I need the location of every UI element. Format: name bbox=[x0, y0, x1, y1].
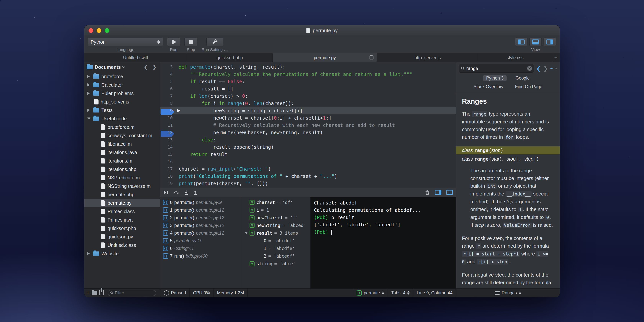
breakpoint-badge[interactable]: 9 bbox=[160, 108, 176, 113]
run-target-dropdown[interactable]: permute bbox=[353, 289, 388, 297]
sidebar-forward-button[interactable]: ❯ bbox=[151, 64, 158, 70]
filter-field[interactable]: Filter bbox=[108, 290, 156, 296]
sidebar-item-Website[interactable]: Website bbox=[84, 249, 160, 258]
disclosure-triangle-icon[interactable] bbox=[88, 252, 93, 255]
code-editor[interactable]: 3def permute(charset, string, result):4 … bbox=[160, 62, 456, 188]
disclosure-triangle-icon[interactable] bbox=[88, 118, 93, 120]
docs-source-Stack Overflow[interactable]: Stack Overflow bbox=[470, 84, 506, 90]
code-line-13[interactable]: 13 else: bbox=[160, 136, 456, 143]
docs-search-box[interactable]: ✕ bbox=[459, 64, 534, 73]
sidebar-item-iterations.m[interactable]: iterations.m bbox=[84, 156, 160, 165]
code-line-15[interactable]: 15 return result bbox=[160, 151, 456, 158]
code-line-8[interactable]: 8 for i in range(0, len(charset)): bbox=[160, 100, 456, 107]
variable-charset[interactable]: Vcharset= 'df' bbox=[242, 198, 310, 206]
stack-frame-1[interactable]: {}1permute()permute.py:12 bbox=[160, 206, 242, 214]
code-line-5[interactable]: 5 if result == False: bbox=[160, 78, 456, 85]
tab-permute.py[interactable]: permute.py bbox=[272, 53, 377, 62]
stop-button[interactable] bbox=[184, 38, 198, 46]
docs-nav-dropdown[interactable]: Ranges bbox=[456, 289, 560, 297]
sidebar-item-Primes.class[interactable]: Primes.class bbox=[84, 207, 160, 216]
reader-eye-button[interactable] bbox=[550, 66, 553, 70]
code-line-11[interactable]: 11 # Recursively calculate with each new… bbox=[160, 122, 456, 129]
line-number[interactable]: 14 bbox=[160, 145, 176, 150]
line-number[interactable]: 5 bbox=[160, 79, 176, 84]
code-line-19[interactable]: 19print(permute(charset, "", [])) bbox=[160, 180, 456, 187]
line-number[interactable]: 8 bbox=[160, 101, 176, 106]
minimize-button[interactable] bbox=[96, 28, 102, 33]
tab-style.css[interactable]: style.css bbox=[478, 53, 552, 62]
line-number[interactable]: 13 bbox=[160, 138, 176, 142]
share-button[interactable] bbox=[99, 290, 104, 295]
code-line-16[interactable]: 16 bbox=[160, 158, 456, 165]
sidebar-item-quicksort.php[interactable]: quicksort.php bbox=[84, 224, 160, 232]
view-toggle-sidebar-button[interactable] bbox=[515, 38, 528, 46]
variable-i[interactable]: Vi= 1 bbox=[242, 206, 310, 214]
view-toggle-docs-button[interactable] bbox=[544, 38, 556, 46]
sidebar-item-NSString traverse.m[interactable]: NSString traverse.m bbox=[84, 182, 160, 190]
sidebar-item-NSPredicate.m[interactable]: NSPredicate.m bbox=[84, 174, 160, 182]
line-number[interactable]: 10 bbox=[160, 116, 176, 120]
root-folder-dropdown[interactable]: Documents bbox=[95, 64, 121, 70]
disclosure-triangle-icon[interactable] bbox=[88, 75, 93, 78]
docs-back-button[interactable]: ❮ bbox=[536, 65, 541, 72]
line-number[interactable]: 7 bbox=[160, 94, 176, 98]
docs-source-Google[interactable]: Google bbox=[512, 75, 533, 81]
sidebar-item-Euler problems[interactable]: Euler problems bbox=[84, 89, 160, 98]
run-button[interactable] bbox=[167, 38, 180, 46]
code-line-3[interactable]: 3def permute(charset, string, result): bbox=[160, 63, 456, 70]
sidebar-item-fibonacci.m[interactable]: fibonacci.m bbox=[84, 140, 160, 148]
close-button[interactable] bbox=[88, 28, 93, 33]
clear-console-button[interactable] bbox=[425, 190, 430, 195]
step-into-button[interactable] bbox=[184, 190, 188, 195]
code-line-17[interactable]: 17charset = raw_input("Charset: ") bbox=[160, 165, 456, 172]
line-number[interactable]: 16 bbox=[160, 159, 176, 164]
sidebar-item-conways_constant.m[interactable]: conways_constant.m bbox=[84, 131, 160, 140]
sidebar-item-permute.php[interactable]: permute.php bbox=[84, 190, 160, 199]
console-layout-single-button[interactable] bbox=[435, 190, 442, 195]
new-folder-button[interactable] bbox=[92, 291, 97, 295]
sidebar-item-Useful code[interactable]: Useful code bbox=[84, 114, 160, 123]
disclosure-triangle-icon[interactable] bbox=[88, 84, 93, 86]
variable-1[interactable]: 1= 'abcdfe' bbox=[242, 244, 310, 252]
code-line-10[interactable]: 10 newCharset = charset[0:i] + charset[i… bbox=[160, 114, 456, 122]
variable-string[interactable]: Vstring= 'abce' bbox=[242, 260, 310, 268]
continue-button[interactable] bbox=[163, 190, 168, 194]
docs-source-Find On Page[interactable]: Find On Page bbox=[512, 84, 545, 90]
line-number[interactable]: 17 bbox=[160, 166, 176, 171]
line-number[interactable]: 18 bbox=[160, 174, 176, 179]
code-line-18[interactable]: 18print("Calculating permutations of " +… bbox=[160, 172, 456, 180]
run-settings-button[interactable] bbox=[206, 38, 223, 46]
disclosure-triangle-icon[interactable] bbox=[88, 109, 93, 112]
stack-frame-2[interactable]: {}2permute()permute.py:12 bbox=[160, 214, 242, 222]
console-output[interactable]: Charset: abcdefCalculating permutations … bbox=[310, 197, 456, 288]
sidebar-item-permute.py[interactable]: permute.py bbox=[84, 199, 160, 207]
sidebar-item-Primes.java[interactable]: Primes.java bbox=[84, 216, 160, 224]
tabs-setting-dropdown[interactable]: Tabs: 4 bbox=[388, 289, 413, 297]
line-number[interactable]: 19 bbox=[160, 181, 176, 186]
variable-newString[interactable]: VnewString= 'abced' bbox=[242, 222, 310, 229]
docs-settings-gear-button[interactable] bbox=[555, 66, 557, 71]
variable-0[interactable]: 0= 'abcdef' bbox=[242, 237, 310, 244]
stack-frame-0[interactable]: {}0permute()permute.py:9 bbox=[160, 198, 242, 206]
sidebar-item-Untitled.class[interactable]: Untitled.class bbox=[84, 241, 160, 249]
expand-triangle-icon[interactable] bbox=[245, 232, 250, 234]
console-layout-split-button[interactable] bbox=[446, 190, 453, 195]
sidebar-item-bruteforce.m[interactable]: bruteforce.m bbox=[84, 123, 160, 131]
view-toggle-console-button[interactable] bbox=[530, 38, 542, 46]
code-line-9[interactable]: 9 newString = string + charset[i] bbox=[160, 107, 456, 114]
docs-source-Python 3[interactable]: Python 3 bbox=[483, 75, 507, 81]
line-number[interactable]: 15 bbox=[160, 152, 176, 157]
variable-2[interactable]: 2= 'abcedf' bbox=[242, 252, 310, 260]
line-number[interactable]: 3 bbox=[160, 64, 176, 70]
clear-search-icon[interactable]: ✕ bbox=[527, 66, 532, 71]
code-line-14[interactable]: 14 result.append(string) bbox=[160, 143, 456, 151]
step-over-button[interactable] bbox=[173, 190, 179, 194]
variable-newCharset[interactable]: VnewCharset= 'f' bbox=[242, 214, 310, 222]
sidebar-item-Calculator[interactable]: Calculator bbox=[84, 81, 160, 89]
tab-quicksort.php[interactable]: quicksort.php bbox=[187, 53, 272, 62]
new-tab-button[interactable]: + bbox=[552, 53, 560, 62]
code-line-7[interactable]: 7 if len(charset) > 0: bbox=[160, 92, 456, 100]
sidebar-item-quicksort.py[interactable]: quicksort.py bbox=[84, 232, 160, 241]
variable-result[interactable]: Vresult= 3 items bbox=[242, 229, 310, 237]
sidebar-item-http_server.js[interactable]: http_server.js bbox=[84, 98, 160, 106]
